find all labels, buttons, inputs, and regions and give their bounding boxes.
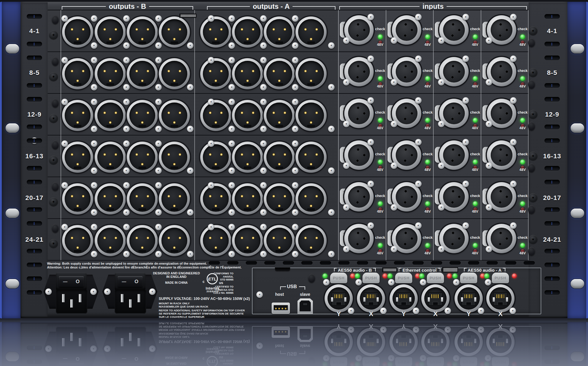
output-a-xlr-r5-c2[interactable] — [231, 183, 264, 215]
output-a-xlr-r5-c4[interactable] — [295, 183, 327, 215]
ethercon-push-latch[interactable]: PUSH — [363, 273, 380, 283]
output-b-xlr-r5-c3[interactable] — [126, 183, 158, 215]
rj45-clip-icon — [331, 297, 333, 302]
output-b-xlr-r2-c2[interactable] — [94, 58, 126, 90]
module-latch-handle — [275, 268, 290, 272]
rack-hole — [571, 209, 584, 218]
output-a-xlr-r5-c1[interactable] — [200, 183, 232, 215]
phantom-48v-label: 48V — [421, 209, 435, 214]
output-b-xlr-r3-c2[interactable] — [94, 99, 126, 132]
screw-icon: ✶ — [415, 97, 422, 104]
ethercon-push-latch[interactable]: PUSH — [492, 273, 509, 283]
output-a-xlr-r6-c4[interactable] — [295, 224, 327, 257]
output-b-xlr-r3-c3[interactable] — [126, 99, 158, 132]
iec-power-inlet[interactable] — [56, 289, 87, 314]
output-a-xlr-r4-c4[interactable] — [295, 141, 327, 173]
ethercon-port-AES50audioB-Y[interactable] — [331, 292, 346, 306]
ethercon-port-AES50audioB-X[interactable] — [364, 292, 378, 306]
screw-icon: ✶ — [123, 57, 130, 63]
output-b-xlr-r4-c4[interactable] — [158, 141, 191, 173]
output-b-xlr-r6-c2[interactable] — [94, 224, 126, 257]
stagebox-rear-panel: outputs - B outputs - A inputs ✶✶✶✶✶✶✶✶✶… — [0, 0, 588, 366]
ethercon-push-latch[interactable]: PUSH — [330, 273, 347, 283]
output-a-xlr-r3-c2[interactable] — [231, 99, 264, 132]
output-a-xlr-r4-c2[interactable] — [231, 141, 264, 173]
output-a-xlr-r3-c3[interactable] — [263, 99, 295, 132]
power-switch[interactable]: —O — [118, 276, 143, 287]
output-a-xlr-r2-c1[interactable] — [200, 58, 232, 90]
output-b-xlr-r1-c2[interactable] — [94, 16, 126, 48]
output-b-xlr-r3-c4[interactable] — [158, 99, 191, 132]
output-a-xlr-r6-c1[interactable] — [200, 224, 232, 257]
phantom-48v-label: 48V — [516, 43, 530, 47]
output-a-xlr-r2-c4[interactable] — [295, 58, 327, 90]
output-b-xlr-r6-c3[interactable] — [126, 224, 158, 257]
screw-icon: ✶ — [123, 224, 130, 230]
ethercon-port-Ethernetcontrol-X[interactable] — [428, 292, 443, 306]
usb-slave-port[interactable] — [298, 298, 313, 314]
output-b-xlr-r6-c4[interactable] — [158, 224, 191, 257]
output-a-xlr-r5-c3[interactable] — [263, 183, 295, 215]
output-a-xlr-r3-c4[interactable] — [295, 99, 327, 132]
screw-icon: ✶ — [413, 308, 419, 314]
screw-icon: ✶ — [292, 251, 298, 257]
output-a-xlr-r1-c3[interactable] — [263, 16, 295, 48]
xlr-notch-icon — [74, 83, 81, 86]
phantom-48v-label: 48V — [468, 126, 482, 130]
check-led-green-icon — [425, 160, 430, 164]
output-a-xlr-r4-c1[interactable] — [200, 141, 232, 173]
check-led-green-icon — [520, 201, 525, 206]
output-a-xlr-r2-c2[interactable] — [231, 58, 264, 90]
row-label-right-4-1: 4-1 — [539, 27, 565, 34]
output-a-xlr-r3-c1[interactable] — [200, 99, 232, 132]
row-label-left-20-17: 20-17 — [21, 194, 48, 201]
ethercon-push-latch[interactable]: PUSH — [460, 273, 477, 283]
output-b-xlr-r1-c4[interactable] — [158, 16, 191, 48]
output-a-xlr-r6-c2[interactable] — [231, 224, 264, 257]
output-b-xlr-r4-c2[interactable] — [94, 141, 126, 173]
input-channel-cell: PUSHcheck48V✶✶ — [338, 219, 386, 260]
screw-icon: ✶ — [292, 57, 298, 63]
xlr-notch-icon — [307, 167, 315, 169]
output-a-xlr-r1-c1[interactable] — [200, 16, 232, 48]
input-channel-cell: PUSHcheck48V✶✶ — [338, 93, 386, 135]
screw-icon: ✶ — [292, 224, 298, 230]
phantom-48v-label: 48V — [468, 43, 482, 47]
check-led-green-icon — [425, 201, 430, 206]
screw-icon: ✶ — [438, 79, 445, 85]
rack-ear-left — [0, 2, 21, 318]
output-b-xlr-r4-c3[interactable] — [126, 141, 158, 173]
xlr-notch-icon — [307, 41, 315, 44]
output-b-xlr-r2-c4[interactable] — [158, 58, 191, 90]
output-a-xlr-r4-c3[interactable] — [263, 141, 295, 173]
output-b-xlr-r5-c2[interactable] — [94, 183, 126, 215]
screw-icon: ✶ — [208, 224, 214, 230]
reflection: outputs - B outputs - A inputs ✶✶✶✶✶✶✶✶✶… — [0, 320, 588, 366]
output-b-xlr-r1-c3[interactable] — [126, 16, 158, 48]
output-a-xlr-r2-c3[interactable] — [263, 58, 295, 90]
screw-icon: ✶ — [187, 42, 193, 49]
ethercon-push-latch[interactable]: PUSH — [395, 273, 412, 283]
iec-power-inlet[interactable] — [115, 289, 146, 314]
output-a-xlr-r1-c4[interactable] — [295, 16, 327, 48]
ethercon-port-AES50audioA-X[interactable] — [493, 292, 508, 306]
screw-icon: ✶ — [155, 182, 162, 189]
output-a-xlr-r1-c2[interactable] — [231, 16, 264, 48]
phantom-48v-label: 48V — [373, 209, 387, 214]
ethercon-port-Ethernetcontrol-Y[interactable] — [396, 292, 411, 306]
ethercon-push-latch[interactable]: PUSH — [427, 273, 444, 283]
output-b-xlr-r5-c4[interactable] — [158, 183, 191, 215]
usb-host-port[interactable] — [272, 303, 290, 314]
output-b-xlr-r2-c3[interactable] — [126, 58, 158, 90]
round-plug-button — [528, 80, 535, 89]
xlr-notch-icon — [171, 83, 178, 86]
input-channel-cell: PUSHcheck48V✶✶ — [386, 177, 433, 219]
vent-slot — [544, 263, 560, 267]
power-switch[interactable]: —O — [59, 276, 84, 287]
round-plug-button — [52, 57, 59, 66]
output-a-xlr-r6-c3[interactable] — [263, 224, 295, 257]
vent-slot — [27, 138, 42, 143]
check-led-green-icon — [425, 34, 430, 39]
xlr-notch-icon — [171, 208, 178, 211]
ethercon-port-AES50audioA-Y[interactable] — [461, 292, 476, 306]
